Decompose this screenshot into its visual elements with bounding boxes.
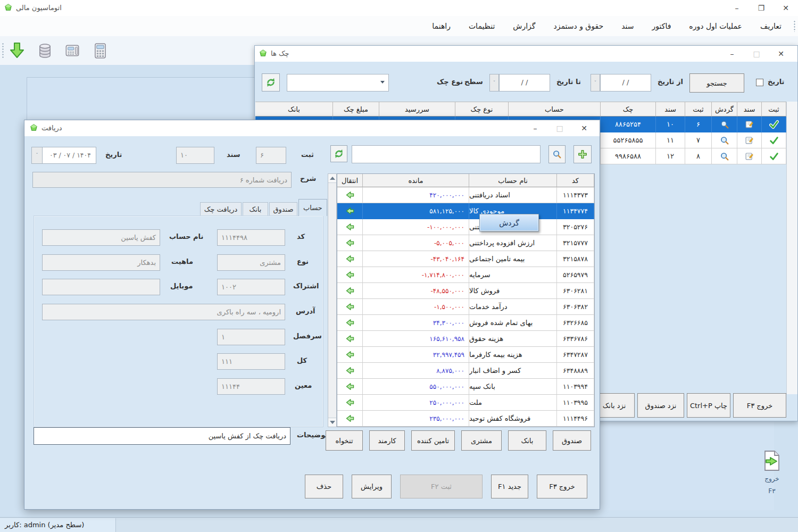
list-item[interactable]: ۳۲,۹۹۷,۴۵۹هزینه بیمه کارفرما۶۳۴۷۲۸۷ [337,347,594,363]
checks-button-1[interactable]: نزد صندوق [637,393,684,418]
category-button-0[interactable]: صندوق [553,430,591,451]
close-icon[interactable]: ✕ [572,120,596,136]
transfer-arrow-icon[interactable] [337,347,363,363]
chevron-down-icon[interactable]: ˇ [32,147,43,163]
export-exit-block[interactable]: خروج F۳ [751,450,793,495]
date-picker[interactable]: ˇ ۰۳ / ۰۷ / ۱۴۰۴ [31,147,96,164]
menu-item-4[interactable]: حقوق و دستمزد [544,16,612,36]
list-item[interactable]: ۴۲۰,۰۰۰,۰۰۰اسناد دریافتنی۱۱۱۴۳۷۳ [337,187,594,203]
menu-item-2[interactable]: فاکتور [643,16,680,36]
tab-2[interactable]: بانک [243,202,268,216]
close-icon[interactable]: ✕ [774,0,798,16]
doc-edit-icon[interactable] [737,132,762,148]
category-button-4[interactable]: کارمند [369,430,405,451]
fax-icon[interactable] [63,41,82,60]
download-arrow-icon[interactable] [7,41,27,60]
registered-check-icon[interactable] [762,148,786,164]
list-item[interactable]: -۴۳,۰۴۰,۱۶۴بیمه تامین اجتماعی۳۲۱۵۸۷۸ [337,251,594,267]
list-item[interactable]: -۱,۷۱۴,۸۰۰,۰۰۰سرمایه۵۲۶۵۹۷۹ [337,267,594,283]
registered-check-icon[interactable] [762,117,786,132]
minimize-icon[interactable]: – [523,120,547,136]
action-button-4[interactable]: حذف [305,475,343,498]
category-button-3[interactable]: تامین کننده [411,430,455,451]
turnover-magnifier-icon[interactable] [712,117,737,132]
doc-edit-icon[interactable] [737,117,762,132]
list-item[interactable]: -۱۰۰,۰۰۰,۰۰۰اسناد پرداختنی۳۲۰۵۲۷۶ [337,219,594,235]
category-button-1[interactable]: بانک [508,430,546,451]
transfer-arrow-icon[interactable] [337,235,363,251]
list-item[interactable]: -۵,۰۰۵,۰۰۰ارزش افزوده پرداختنی۳۲۱۵۷۷۷ [337,235,594,251]
tab-0[interactable]: حساب [298,199,327,216]
turnover-magnifier-icon[interactable] [712,132,737,148]
date-spinner[interactable]: ˇ [591,74,600,92]
transfer-arrow-icon[interactable] [337,187,363,203]
close-icon[interactable]: ✕ [769,46,793,62]
list-item[interactable]: ۱۶۵,۶۱۰,۹۵۸هزینه حقوق۶۳۳۶۷۸۶ [337,331,594,347]
list-item[interactable]: ۵۸۱,۱۲۵,۰۰۰موجودی کالا۱۱۳۴۷۷۴ [337,203,594,219]
checks-button-3[interactable]: خروج F۳ [733,393,786,418]
list-item[interactable]: ۲۵۰,۰۰۰,۰۰۰ملت۱۱۰۳۹۹۵ [337,395,594,411]
check-type-combobox[interactable] [287,74,389,92]
transfer-arrow-icon[interactable] [337,283,363,299]
action-button-0[interactable]: خروج F۳ [537,475,587,498]
transfer-arrow-icon[interactable] [337,363,363,379]
transfer-arrow-icon[interactable] [337,379,363,395]
menu-item-5[interactable]: گزارش [504,16,544,36]
list-item[interactable]: -۱,۵۰۰,۰۰۰درآمد خدمات۶۳۰۶۳۸۲ [337,299,594,315]
scroll-up-icon[interactable] [328,174,336,183]
date-checkbox[interactable] [756,79,763,86]
minimize-icon[interactable]: – [720,46,744,62]
action-button-1[interactable]: جدید F۱ [491,475,528,498]
tab-3[interactable]: دریافت چک [200,202,242,216]
turnover-popup[interactable]: گردش [479,214,539,231]
restore-icon[interactable]: ❐ [749,0,774,16]
category-button-5[interactable]: تنخواه [326,430,363,451]
menu-item-3[interactable]: سند [612,16,643,36]
menu-item-1[interactable]: عملیات اول دوره [680,16,751,36]
add-account-icon[interactable] [573,145,592,163]
search-button[interactable]: جستجو [689,73,744,93]
menu-item-7[interactable]: راهنما [423,16,460,36]
minimize-icon[interactable]: – [725,0,749,16]
accounts-scrollbar[interactable] [328,173,337,427]
category-button-2[interactable]: مشتری [461,430,502,451]
list-item[interactable]: ۸,۸۷۵,۰۰۰کسر و اضاف انبار۶۳۴۸۸۸۹ [337,363,594,379]
notes-input[interactable]: دریافت چک از کفش یاسین [34,427,290,445]
refresh-icon[interactable] [262,73,280,92]
action-button-3[interactable]: ویرایش [352,475,392,498]
maximize-icon[interactable]: □ [744,46,769,62]
menu-item-6[interactable]: تنظیمات [460,16,504,36]
list-item[interactable]: ۵۵۰,۰۰۰,۰۰۰بانک سپه۱۱۰۳۹۹۴ [337,379,594,395]
scroll-down-icon[interactable] [328,418,336,427]
transfer-arrow-icon[interactable] [337,267,363,283]
turnover-magnifier-icon[interactable] [712,148,737,164]
checks-scrollbar[interactable] [786,102,797,394]
maximize-icon[interactable]: □ [547,120,572,136]
list-item[interactable]: ۲۳۵,۰۰۰,۰۰۰فروشگاه کفش توحید۱۱۱۴۴۹۶ [337,411,594,427]
list-item[interactable]: ۳۴,۳۰۰,۰۰۰بهای تمام شده فروش۶۳۲۶۶۸۵ [337,315,594,331]
search-magnifier-icon[interactable] [548,145,566,163]
calculator-icon[interactable] [90,41,110,60]
chevron-down-icon[interactable] [380,81,385,84]
to-date-input[interactable]: / / [499,74,550,92]
date-spinner[interactable]: ˇ [489,74,499,92]
transfer-arrow-icon[interactable] [337,331,363,347]
list-item[interactable]: -۴۸,۵۵۰,۰۰۰فروش کالا۶۳۰۶۲۸۱ [337,283,594,299]
refresh-icon[interactable] [330,145,347,162]
menu-item-0[interactable]: تعاریف [751,16,791,36]
database-icon[interactable] [35,41,54,60]
action-button-2[interactable]: ثبت F۲ [400,475,483,498]
transfer-arrow-icon[interactable] [337,411,363,427]
from-date-input[interactable]: / / [600,74,651,92]
registered-check-icon[interactable] [762,132,786,148]
tab-1[interactable]: صندوق [269,202,297,216]
checks-button-2[interactable]: چاپ Ctrl+P [687,393,730,418]
transfer-arrow-icon[interactable] [337,219,363,235]
doc-edit-icon[interactable] [737,148,762,164]
account-search-input[interactable] [352,145,541,163]
transfer-arrow-icon[interactable] [337,395,363,411]
transfer-arrow-icon[interactable] [337,251,363,267]
export-document-icon[interactable] [751,450,793,474]
transfer-arrow-icon[interactable] [337,299,363,315]
transfer-arrow-icon[interactable] [337,315,363,331]
